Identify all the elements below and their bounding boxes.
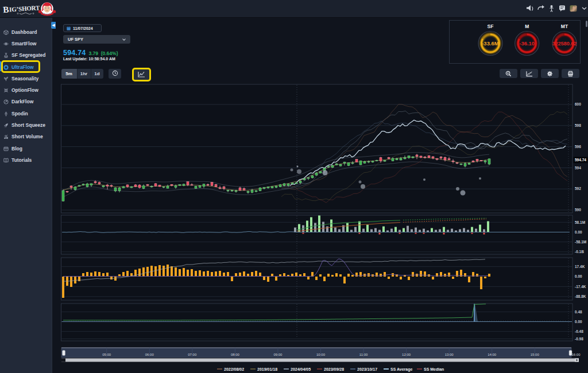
svg-text:10:00: 10:00 [316, 353, 326, 356]
svg-text:600: 600 [575, 102, 581, 106]
svg-text:-0.98: -0.98 [575, 337, 583, 341]
svg-text:322580.62: 322580.62 [552, 41, 577, 46]
svg-text:0.00: 0.00 [575, 320, 582, 324]
svg-text:596: 596 [575, 145, 581, 149]
svg-text:2019/01/18: 2019/01/18 [257, 367, 277, 371]
svg-text:14:00: 14:00 [488, 353, 497, 356]
svg-text:-33.6M: -33.6M [482, 40, 499, 46]
svg-text:-36.10: -36.10 [519, 40, 535, 46]
svg-text:598: 598 [575, 123, 581, 127]
svg-text:MT: MT [561, 24, 568, 29]
svg-text:17.4K: 17.4K [575, 265, 585, 269]
svg-text:M: M [525, 24, 529, 29]
svg-text:SS Average: SS Average [390, 367, 412, 372]
svg-text:09:00: 09:00 [273, 353, 283, 356]
svg-text:0.48: 0.48 [575, 310, 582, 314]
svg-text:SF: SF [488, 24, 494, 29]
svg-text:58.1M: 58.1M [575, 220, 585, 224]
svg-text:-0.48: -0.48 [575, 329, 583, 333]
svg-text:16:00: 16:00 [571, 353, 581, 356]
svg-text:15:00: 15:00 [531, 353, 540, 356]
svg-text:594.74: 594.74 [575, 158, 586, 162]
svg-text:05:00: 05:00 [102, 353, 111, 356]
svg-text:-58.1M: -58.1M [575, 240, 586, 244]
svg-text:13:00: 13:00 [445, 353, 454, 356]
svg-text:0.00: 0.00 [575, 230, 582, 234]
svg-text:08:00: 08:00 [231, 353, 240, 356]
svg-text:SS Median: SS Median [424, 367, 444, 371]
svg-text:2023/09/28: 2023/09/28 [324, 367, 344, 371]
svg-text:12:00: 12:00 [402, 353, 411, 356]
svg-text:11:00: 11:00 [359, 353, 368, 356]
svg-text:07:00: 07:00 [188, 353, 197, 356]
svg-text:-0.1B: -0.1B [575, 250, 584, 254]
svg-text:-17.4K: -17.4K [575, 285, 586, 289]
svg-text:2023/10/17: 2023/10/17 [357, 367, 377, 371]
svg-text:06:00: 06:00 [145, 353, 154, 356]
svg-text:0.00: 0.00 [575, 274, 582, 278]
svg-text:590: 590 [575, 208, 581, 212]
svg-text:-88.8K: -88.8K [575, 294, 586, 298]
svg-text:592: 592 [575, 187, 581, 191]
svg-text:594: 594 [575, 166, 581, 170]
svg-text:2024/04/05: 2024/04/05 [291, 367, 311, 371]
svg-text:2022/08/02: 2022/08/02 [224, 367, 244, 371]
